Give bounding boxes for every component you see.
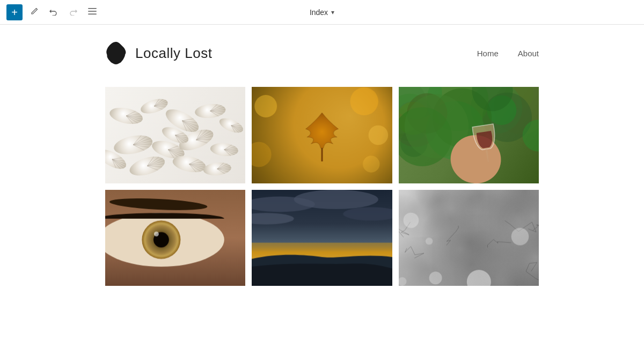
photo-canvas-6: [399, 190, 539, 286]
photo-canvas-5: [252, 190, 392, 286]
site-title: Locally Lost: [135, 45, 213, 62]
toolbar: +: [0, 0, 644, 25]
svg-rect-0: [88, 8, 97, 9]
plus-icon: +: [11, 7, 18, 18]
undo-button[interactable]: [46, 5, 61, 20]
site-nav: Home About: [477, 49, 539, 58]
svg-rect-2: [88, 13, 97, 14]
nav-about[interactable]: About: [518, 49, 539, 58]
site-branding: Locally Lost: [105, 41, 213, 65]
add-button[interactable]: +: [6, 4, 23, 20]
pencil-button[interactable]: [27, 5, 42, 20]
photo-item-4[interactable]: [105, 190, 245, 286]
undo-icon: [49, 7, 58, 18]
photo-item-6[interactable]: [399, 190, 539, 286]
current-view-label: Index: [310, 8, 328, 17]
photo-item-5[interactable]: [252, 190, 392, 286]
photo-item-3[interactable]: [399, 87, 539, 183]
nav-home[interactable]: Home: [477, 49, 499, 58]
toolbar-left: +: [6, 4, 100, 20]
photo-item-1[interactable]: [105, 87, 245, 183]
toolbar-center[interactable]: Index ▾: [310, 8, 334, 17]
menu-button[interactable]: [85, 5, 100, 20]
photo-item-2[interactable]: [252, 87, 392, 183]
dropdown-arrow-icon: ▾: [331, 9, 334, 16]
redo-icon: [69, 7, 77, 18]
photo-canvas-3: [399, 87, 539, 183]
redo-button[interactable]: [65, 5, 80, 20]
pencil-icon: [30, 7, 39, 18]
svg-rect-1: [88, 11, 97, 12]
hamburger-icon: [88, 7, 97, 18]
photo-grid: [0, 76, 644, 307]
site-logo: [105, 41, 128, 65]
photo-canvas-2: [252, 87, 392, 183]
photo-canvas-1: [105, 87, 245, 183]
photo-canvas-4: [105, 190, 245, 286]
site-header: Locally Lost Home About: [0, 25, 644, 76]
